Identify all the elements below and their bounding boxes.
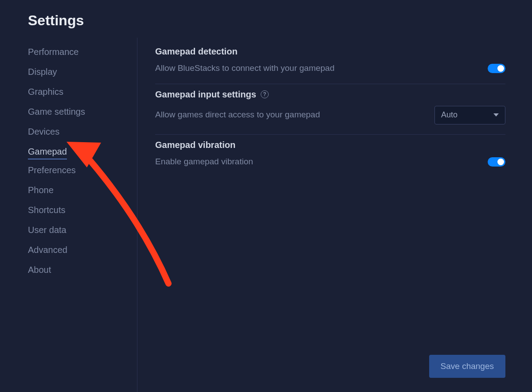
gamepad-vibration-desc: Enable gamepad vibration [155, 156, 253, 167]
gamepad-input-desc: Allow games direct access to your gamepa… [155, 109, 320, 120]
gamepad-input-title: Gamepad input settings ? [155, 89, 505, 100]
sidebar-item-performance[interactable]: Performance [28, 43, 79, 61]
settings-main: Gamepad detection Allow BlueStacks to co… [137, 38, 532, 392]
sidebar-item-game-settings[interactable]: Game settings [28, 103, 85, 121]
sidebar-item-graphics[interactable]: Graphics [28, 83, 63, 101]
sidebar-item-about[interactable]: About [28, 261, 51, 279]
sidebar-item-user-data[interactable]: User data [28, 221, 66, 239]
page-title: Settings [28, 12, 505, 29]
gamepad-input-title-text: Gamepad input settings [155, 89, 256, 100]
gamepad-detection-desc: Allow BlueStacks to connect with your ga… [155, 63, 335, 74]
gamepad-vibration-toggle[interactable] [488, 157, 505, 167]
gamepad-input-select-value: Auto [441, 110, 458, 120]
help-icon[interactable]: ? [261, 90, 269, 98]
sidebar-item-phone[interactable]: Phone [28, 181, 54, 199]
gamepad-input-section: Gamepad input settings ? Allow games dir… [155, 84, 505, 135]
sidebar-item-advanced[interactable]: Advanced [28, 241, 67, 259]
gamepad-input-select[interactable]: Auto [434, 106, 505, 124]
gamepad-detection-toggle[interactable] [488, 64, 505, 73]
chevron-down-icon [493, 113, 499, 116]
sidebar-item-shortcuts[interactable]: Shortcuts [28, 201, 65, 219]
sidebar-item-preferences[interactable]: Preferences [28, 161, 76, 179]
settings-sidebar: PerformanceDisplayGraphicsGame settingsD… [0, 38, 137, 392]
save-changes-button[interactable]: Save changes [429, 355, 505, 378]
gamepad-detection-section: Gamepad detection Allow BlueStacks to co… [155, 41, 505, 84]
sidebar-item-display[interactable]: Display [28, 63, 57, 81]
sidebar-item-devices[interactable]: Devices [28, 123, 59, 141]
gamepad-detection-title: Gamepad detection [155, 47, 505, 57]
gamepad-vibration-section: Gamepad vibration Enable gamepad vibrati… [155, 135, 505, 177]
sidebar-item-gamepad[interactable]: Gamepad [28, 143, 67, 159]
gamepad-vibration-title: Gamepad vibration [155, 140, 505, 150]
